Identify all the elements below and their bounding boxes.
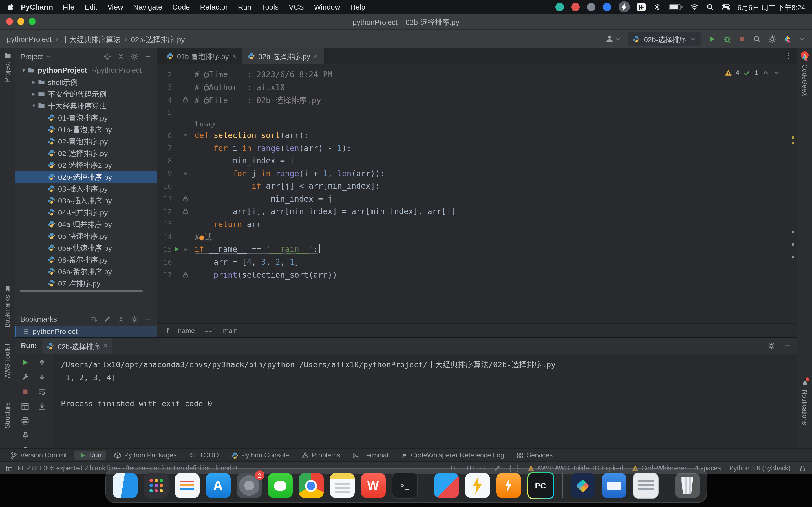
code-line[interactable]: 13 return arr — [157, 218, 797, 230]
layout-icon[interactable] — [20, 402, 29, 411]
tree-collapsed-arrow[interactable]: ▸ — [30, 79, 38, 85]
code-editor[interactable]: 2# @Time : 2023/6/6 8:24 PM3# @Author : … — [157, 64, 797, 323]
project-panel-title[interactable]: Project — [20, 52, 43, 61]
dock-trash-icon[interactable] — [675, 473, 700, 498]
code-line[interactable]: 8 min_index = i — [157, 154, 797, 167]
tool-tab-python-packages[interactable]: Python Packages — [109, 451, 181, 460]
code-text[interactable]: def selection_sort(arr): — [190, 131, 309, 140]
tree-row[interactable]: 02b-选择排序.py — [15, 171, 157, 182]
search-everywhere-button[interactable] — [753, 35, 761, 43]
lock-icon[interactable] — [182, 195, 189, 202]
code-line[interactable]: 17 print(selection_sort(arr)) — [157, 269, 797, 281]
menu-navigate[interactable]: Navigate — [128, 3, 167, 11]
tree-row[interactable]: ▸不安全的代码示例 — [15, 88, 157, 100]
editor-scrollbar[interactable] — [792, 64, 794, 323]
dock-terminal-icon[interactable]: >_ — [392, 473, 417, 499]
status-teal-icon[interactable] — [555, 3, 564, 11]
menu-bar-clock[interactable]: 6月6日 周二 下午8:24 — [738, 1, 805, 12]
app-menu-name[interactable]: PyCharm — [21, 3, 53, 11]
dock-wechat-icon[interactable] — [267, 473, 292, 498]
editor-tab[interactable]: 01b-冒泡排序.py× — [161, 48, 242, 64]
code-text[interactable]: # @Time : 2023/6/6 8:24 PM — [190, 70, 333, 79]
status-gray-icon[interactable] — [587, 3, 596, 11]
code-text[interactable]: # @File : 02b-选择排序.py — [190, 94, 321, 106]
tree-row[interactable]: 02-选择排序.py — [15, 147, 157, 159]
stripe-button-project[interactable]: Project — [0, 52, 15, 82]
tool-tab-python-console[interactable]: Python Console — [227, 451, 294, 460]
menu-edit[interactable]: Edit — [80, 3, 102, 11]
code-text[interactable]: for i in range(len(arr) - 1): — [190, 144, 351, 153]
breadcrumb-item[interactable]: 十大经典排序算法 — [62, 34, 121, 44]
target-icon[interactable] — [104, 53, 111, 60]
fold-icon[interactable] — [182, 132, 189, 139]
dock-app-store-icon[interactable]: A — [206, 473, 231, 498]
tree-row[interactable]: 03a-插入排序.py — [15, 194, 157, 206]
tool-tab-services[interactable]: Services — [512, 451, 557, 460]
apple-menu-icon[interactable] — [7, 3, 15, 11]
code-line[interactable]: 15if __name__ == '__main__': — [157, 243, 797, 256]
up-icon[interactable] — [38, 358, 46, 367]
code-text[interactable]: arr = [4, 3, 2, 1] — [190, 258, 299, 267]
close-window-button[interactable] — [6, 18, 13, 25]
tree-row[interactable]: 06-希尔排序.py — [15, 253, 157, 265]
dock-chrome-icon[interactable] — [299, 473, 323, 498]
dock-finder-icon[interactable] — [112, 473, 137, 498]
minus-icon[interactable] — [144, 315, 152, 323]
code-line[interactable]: 2# @Time : 2023/6/6 8:24 PM — [157, 68, 797, 81]
scrollend-icon[interactable] — [38, 402, 46, 411]
input-method-icon[interactable]: 拼 — [637, 3, 646, 11]
bookmarks-panel-title[interactable]: Bookmarks — [20, 315, 57, 323]
code-text[interactable]: min_index = j — [190, 194, 333, 203]
run-tab[interactable]: 02b-选择排序 × — [43, 338, 112, 354]
editor-tab[interactable]: 02b-选择排序.py× — [242, 48, 324, 64]
spotlight-icon[interactable] — [706, 3, 714, 11]
tool-tab-version-control[interactable]: Version Control — [6, 451, 71, 460]
code-line[interactable]: 16 arr = [4, 3, 2, 1] — [157, 256, 797, 269]
wifi-icon[interactable] — [690, 3, 699, 11]
code-line[interactable]: 14#●试 — [157, 230, 797, 243]
code-line[interactable]: 12 arr[i], arr[min_index] = arr[min_inde… — [157, 205, 797, 218]
stripe-button-notifications[interactable]: Notifications — [797, 380, 812, 425]
tree-collapsed-arrow[interactable]: ▸ — [30, 91, 38, 97]
control-center-icon[interactable] — [722, 3, 730, 11]
window-title-bar[interactable]: pythonProject – 02b-选择排序.py — [0, 13, 812, 30]
code-text[interactable]: print(selection_sort(arr)) — [190, 270, 337, 279]
usage-hint-label[interactable]: 1 usage — [190, 121, 218, 127]
inlay-hint[interactable]: 1 usage — [157, 119, 797, 129]
dock-netdisk-icon[interactable] — [434, 473, 459, 498]
code-text[interactable]: return arr — [190, 220, 261, 229]
stripe-button-codegeex[interactable]: CodeGeeX — [797, 54, 812, 96]
tree-horizontal-scrollbar[interactable] — [20, 290, 143, 292]
tree-row[interactable]: 07-堆排序.py — [15, 277, 157, 289]
lock-icon[interactable] — [182, 208, 189, 215]
gear-icon[interactable] — [767, 342, 775, 350]
collapse-icon[interactable] — [117, 315, 124, 323]
code-text[interactable]: for j in range(i + 1, len(arr)): — [190, 169, 385, 178]
status-bolt-icon[interactable] — [619, 1, 630, 12]
fold-icon[interactable] — [182, 246, 189, 253]
menu-window[interactable]: Window — [309, 3, 345, 11]
hide-toolbar-icon[interactable] — [799, 36, 805, 42]
menu-refactor[interactable]: Refactor — [195, 3, 233, 11]
pin-icon[interactable] — [20, 432, 29, 440]
codegeex-icon[interactable] — [783, 35, 792, 43]
code-line[interactable]: 11 min_index = j — [157, 192, 797, 205]
wrench-icon[interactable] — [20, 373, 29, 381]
battery-icon[interactable] — [669, 3, 683, 11]
tree-row[interactable]: ▸shell示例 — [15, 76, 157, 88]
minimize-window-button[interactable] — [17, 18, 24, 25]
sort-icon[interactable] — [90, 315, 98, 323]
close-icon[interactable]: × — [103, 342, 108, 350]
dock-pycharm-icon[interactable]: PC — [527, 472, 554, 499]
dock-thunder-icon[interactable] — [465, 473, 490, 498]
tree-row[interactable]: ▾十大经典排序算法 — [15, 100, 157, 112]
code-text[interactable]: if __name__ == '__main__': — [190, 245, 319, 255]
settings-button[interactable] — [768, 35, 776, 43]
debug-button[interactable] — [723, 35, 731, 43]
status-red-icon[interactable] — [571, 3, 580, 11]
code-line[interactable]: 5 — [157, 106, 797, 119]
code-text[interactable]: if arr[j] < arr[min_index]: — [190, 182, 380, 191]
hide-panel-icon[interactable] — [783, 342, 791, 350]
stripe-button-aws[interactable]: AWS Toolkit — [0, 344, 15, 378]
tree-row[interactable]: 05a-快速排序.py — [15, 242, 157, 253]
